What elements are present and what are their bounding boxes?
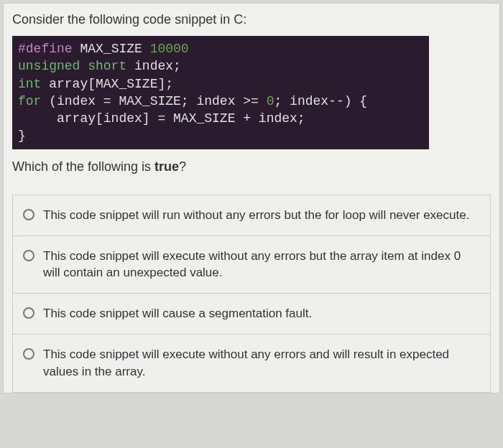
code-token: unsigned short xyxy=(18,59,126,73)
radio-icon xyxy=(23,209,34,220)
code-token: index; xyxy=(126,59,181,73)
code-token: MAX_SIZE xyxy=(73,42,150,56)
option-label: This code snippet will cause a segmentat… xyxy=(43,305,312,322)
option-2[interactable]: This code snippet will execute without a… xyxy=(13,236,490,294)
option-1[interactable]: This code snippet will run without any e… xyxy=(13,195,490,236)
code-token: #define xyxy=(18,42,73,56)
question-keyword: true xyxy=(154,159,179,174)
option-label: This code snippet will execute without a… xyxy=(43,248,480,282)
question-prefix: Which of the following is xyxy=(12,159,154,174)
option-label: This code snippet will execute without a… xyxy=(43,346,480,381)
code-token: int xyxy=(18,77,41,91)
option-4[interactable]: This code snippet will execute without a… xyxy=(13,335,490,392)
code-token: array[index] = MAX_SIZE + index; xyxy=(18,111,305,126)
radio-icon xyxy=(23,307,34,319)
options-list: This code snippet will run without any e… xyxy=(12,195,491,393)
option-3[interactable]: This code snippet will cause a segmentat… xyxy=(13,294,490,335)
code-token: (index = MAX_SIZE; index >= xyxy=(41,94,266,108)
question-card: Consider the following code snippet in C… xyxy=(3,3,500,393)
code-token: 0 xyxy=(267,94,274,108)
code-token: } xyxy=(18,129,26,143)
prompt-text: Consider the following code snippet in C… xyxy=(12,12,491,27)
code-token: for xyxy=(18,94,41,108)
code-token: ; index--) { xyxy=(274,94,367,108)
radio-icon xyxy=(23,348,34,360)
code-token: array[MAX_SIZE]; xyxy=(41,77,173,91)
radio-icon xyxy=(23,250,34,261)
question-suffix: ? xyxy=(179,159,186,174)
code-token: 10000 xyxy=(150,42,189,56)
code-snippet: #define MAX_SIZE 10000 unsigned short in… xyxy=(12,36,429,149)
option-label: This code snippet will run without any e… xyxy=(43,207,469,224)
question-text: Which of the following is true? xyxy=(12,159,491,174)
